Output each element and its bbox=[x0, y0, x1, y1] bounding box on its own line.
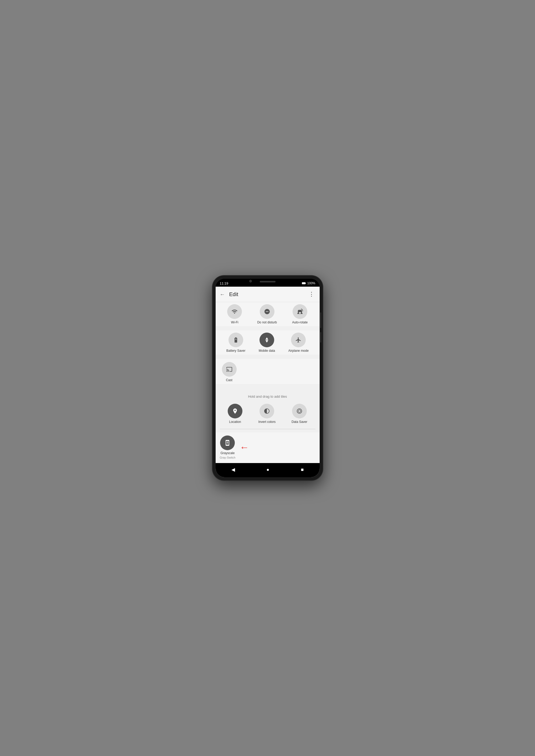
phone-device: 11:19 100% ← Edit ⋮ bbox=[212, 276, 323, 480]
airplane-label: Airplane mode bbox=[288, 349, 309, 353]
datasaver-tile[interactable]: Data Saver bbox=[292, 404, 307, 424]
mobiledata-tile[interactable]: Mobile data bbox=[259, 333, 275, 353]
page-title: Edit bbox=[229, 291, 308, 297]
dnd-label: Do not disturb bbox=[257, 320, 277, 324]
cast-icon bbox=[226, 366, 233, 372]
red-arrow-indicator: ← bbox=[239, 442, 249, 453]
airplane-icon bbox=[295, 337, 301, 343]
volume-up-button bbox=[320, 312, 321, 328]
top-bar: ← Edit ⋮ bbox=[216, 287, 320, 302]
gap1 bbox=[216, 326, 320, 331]
gap2 bbox=[216, 355, 320, 359]
mobiledata-icon bbox=[264, 337, 270, 343]
top-tiles-row: Wi-Fi Do not disturb bbox=[216, 302, 320, 326]
main-screen: ← Edit ⋮ Wi-Fi bbox=[216, 287, 320, 477]
svg-rect-1 bbox=[305, 283, 306, 284]
speaker bbox=[260, 281, 275, 283]
location-icon bbox=[232, 408, 238, 414]
datasaver-tile-circle bbox=[292, 404, 307, 418]
datasaver-label: Data Saver bbox=[292, 420, 307, 424]
wifi-tile-circle bbox=[227, 304, 242, 319]
grayscale-icon bbox=[224, 440, 231, 446]
back-button[interactable]: ← bbox=[220, 291, 225, 297]
invert-icon bbox=[264, 408, 270, 414]
battery-tile[interactable]: Battery Saver bbox=[226, 333, 245, 353]
location-tile[interactable]: Location bbox=[228, 404, 242, 424]
camera bbox=[249, 280, 252, 283]
recent-nav-button[interactable]: ■ bbox=[298, 466, 307, 473]
middle-tiles-row: Battery Saver Mobile data bbox=[216, 331, 320, 355]
wifi-icon bbox=[231, 309, 238, 315]
invert-tile-circle bbox=[260, 404, 274, 418]
grayscale-section: Grayscale Gray-Switch ← bbox=[216, 432, 320, 463]
cast-tile-circle bbox=[222, 362, 237, 377]
wifi-label: Wi-Fi bbox=[231, 320, 238, 324]
cast-label: Cast bbox=[226, 378, 233, 382]
dnd-icon bbox=[264, 309, 270, 315]
svg-point-2 bbox=[297, 409, 302, 414]
volume-down-button bbox=[320, 332, 321, 342]
grayscale-tile-circle bbox=[220, 436, 235, 450]
cast-row: Cast bbox=[216, 359, 320, 384]
status-time: 11:19 bbox=[220, 282, 229, 285]
back-nav-button[interactable]: ◀ bbox=[228, 466, 238, 473]
status-icons: 100% bbox=[301, 281, 315, 285]
phone-screen: 11:19 100% ← Edit ⋮ bbox=[216, 279, 320, 477]
battery-icon bbox=[301, 281, 306, 285]
location-label: Location bbox=[229, 420, 241, 424]
location-tile-circle bbox=[228, 404, 242, 418]
grayscale-label: Grayscale bbox=[220, 451, 235, 455]
add-tiles-row: Location Invert colors bbox=[216, 402, 320, 426]
battery-saver-icon bbox=[233, 337, 239, 343]
bottom-nav: ◀ ● ■ bbox=[216, 463, 320, 477]
dnd-tile[interactable]: Do not disturb bbox=[257, 304, 277, 324]
battery-percent: 100% bbox=[307, 282, 315, 285]
grayscale-tile[interactable]: Grayscale Gray-Switch bbox=[220, 436, 236, 459]
airplane-tile-circle bbox=[291, 333, 306, 347]
mobiledata-tile-circle bbox=[260, 333, 274, 347]
rotate-icon bbox=[297, 309, 303, 315]
airplane-tile[interactable]: Airplane mode bbox=[288, 333, 309, 353]
svg-rect-0 bbox=[302, 282, 305, 284]
drag-hint-text: Hold and drag to add tiles bbox=[216, 390, 320, 402]
invert-tile[interactable]: Invert colors bbox=[258, 404, 275, 424]
more-options-button[interactable]: ⋮ bbox=[308, 290, 315, 299]
battery-tile-circle bbox=[229, 333, 243, 347]
status-bar: 11:19 100% bbox=[216, 279, 320, 287]
autorotate-tile[interactable]: Auto-rotate bbox=[292, 304, 308, 324]
cast-tile[interactable]: Cast bbox=[222, 362, 237, 382]
gap3 bbox=[216, 384, 320, 390]
svg-point-3 bbox=[298, 410, 301, 412]
dnd-tile-circle bbox=[260, 304, 274, 319]
autorotate-tile-circle bbox=[293, 304, 307, 319]
autorotate-label: Auto-rotate bbox=[292, 320, 308, 324]
mobiledata-label: Mobile data bbox=[259, 349, 275, 353]
svg-rect-4 bbox=[227, 442, 228, 444]
invert-label: Invert colors bbox=[258, 420, 275, 424]
scroll-content: Wi-Fi Do not disturb bbox=[216, 302, 320, 463]
battery-label: Battery Saver bbox=[226, 349, 245, 353]
home-nav-button[interactable]: ● bbox=[264, 466, 273, 473]
grayscale-sublabel: Gray-Switch bbox=[220, 456, 236, 459]
wifi-tile[interactable]: Wi-Fi bbox=[227, 304, 242, 324]
datasaver-icon bbox=[296, 408, 302, 414]
